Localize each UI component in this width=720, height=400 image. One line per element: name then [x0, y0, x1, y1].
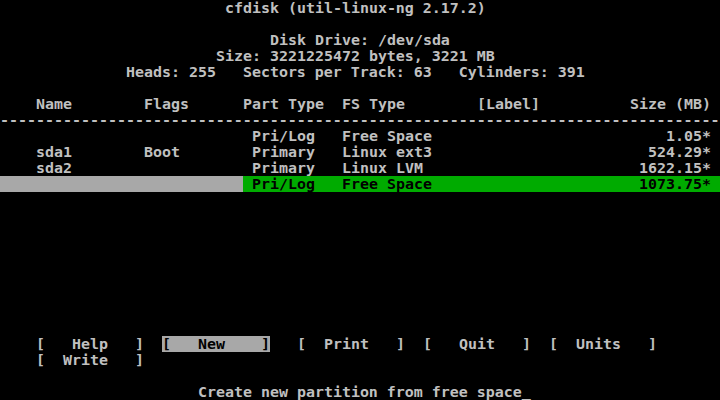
menu-row-2: [ Write ] [0, 352, 720, 368]
partition-row-free2-selected[interactable]: Pri/Log Free Space 1073.75* [0, 176, 720, 192]
write-button[interactable]: [ Write ] [36, 352, 144, 368]
table-header-row: Name Flags Part Type FS Type [Label] Siz… [0, 96, 720, 112]
cfdisk-terminal: cfdisk (util-linux-ng 2.17.2) Disk Drive… [0, 0, 720, 400]
row-fs-type: Free Space [342, 128, 432, 144]
row-part-type: Primary [252, 144, 315, 160]
header-fs-type: FS Type [342, 96, 405, 112]
row-name: sda1 [36, 144, 72, 160]
status-line: Create new partition from free space_ [198, 384, 531, 400]
header-part-type: Part Type [243, 96, 324, 112]
partition-row-free1[interactable]: Pri/Log Free Space 1.05* [0, 128, 720, 144]
print-button[interactable]: [ Print ] [297, 336, 405, 352]
row-fs-type: Linux LVM [342, 160, 423, 176]
selection-gray-bar [0, 176, 243, 192]
row-size: 1.05* [567, 128, 711, 144]
row-fs-type: Linux ext3 [342, 144, 432, 160]
header-name: Name [36, 96, 72, 112]
disk-geometry: Heads: 255 Sectors per Track: 63 Cylinde… [126, 64, 585, 80]
row-part-type: Pri/Log [252, 176, 315, 192]
partition-row-sda2[interactable]: sda2 Primary Linux LVM 1622.15* [0, 160, 720, 176]
partition-row-sda1[interactable]: sda1 Boot Primary Linux ext3 524.29* [0, 144, 720, 160]
help-button[interactable]: [ Help ] [36, 336, 144, 352]
disk-size: Size: 3221225472 bytes, 3221 MB [216, 48, 495, 64]
row-size: 524.29* [567, 144, 711, 160]
row-part-type: Primary [252, 160, 315, 176]
header-flags: Flags [144, 96, 189, 112]
row-name: sda2 [36, 160, 72, 176]
row-fs-type: Free Space [342, 176, 432, 192]
row-flags: Boot [144, 144, 180, 160]
menu-row-1: [ Help ] [ New ] [ Print ] [ Quit ] [ Un… [0, 336, 720, 352]
row-part-type: Pri/Log [252, 128, 315, 144]
disk-drive: Disk Drive: /dev/sda [270, 32, 450, 48]
units-button[interactable]: [ Units ] [549, 336, 657, 352]
new-button[interactable]: [ New ] [162, 336, 270, 352]
header-label: [Label] [477, 96, 540, 112]
quit-button[interactable]: [ Quit ] [423, 336, 531, 352]
header-size-mb: Size (MB) [630, 96, 711, 112]
row-size: 1622.15* [567, 160, 711, 176]
table-separator: ----------------------------------------… [0, 112, 719, 128]
app-title: cfdisk (util-linux-ng 2.17.2) [225, 0, 486, 16]
row-size: 1073.75* [567, 176, 711, 192]
